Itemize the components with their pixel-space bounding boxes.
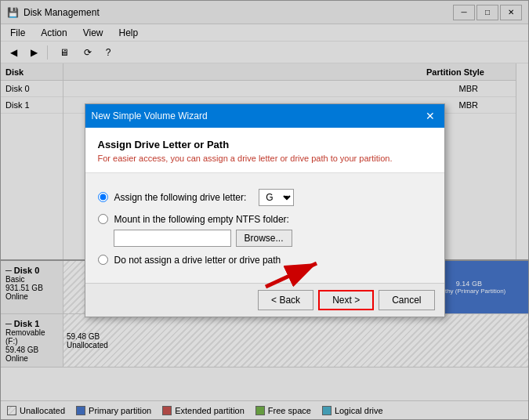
radio-assign-letter[interactable]	[98, 192, 108, 202]
dialog-title-bar: New Simple Volume Wizard ✕	[85, 104, 444, 128]
radio-no-letter[interactable]	[98, 255, 108, 265]
dialog-footer: < Back Next > Cancel	[85, 283, 444, 317]
svg-line-1	[266, 263, 317, 287]
dialog-overlay: New Simple Volume Wizard ✕ Assign Drive …	[0, 0, 529, 420]
dialog-wrapper: New Simple Volume Wizard ✕ Assign Drive …	[85, 103, 445, 317]
radio-row-assign-letter: Assign the following drive letter: G E F…	[98, 189, 432, 206]
radio-mount-label: Mount in the following empty NTFS folder…	[114, 214, 289, 225]
browse-button[interactable]: Browse...	[236, 230, 292, 247]
cancel-button[interactable]: Cancel	[379, 290, 434, 310]
red-arrow-indicator	[258, 255, 328, 295]
dialog-body: Assign Drive Letter or Path For easier a…	[85, 128, 444, 317]
radio-no-letter-label: Do not assign a drive letter or drive pa…	[114, 255, 281, 266]
wizard-dialog: New Simple Volume Wizard ✕ Assign Drive …	[85, 103, 445, 317]
ntfs-input-row: Browse...	[114, 230, 432, 247]
radio-assign-letter-label: Assign the following drive letter:	[114, 192, 247, 203]
dialog-wizard-subtitle: For easier access, you can assign a driv…	[98, 154, 432, 163]
radio-row-mount: Mount in the following empty NTFS folder…	[98, 214, 432, 247]
drive-letter-select[interactable]: G E F H	[259, 189, 294, 206]
dialog-header-section: Assign Drive Letter or Path For easier a…	[85, 128, 444, 173]
dialog-close-button[interactable]: ✕	[422, 108, 438, 124]
radio-mount-folder[interactable]	[98, 214, 108, 224]
dialog-title: New Simple Volume Wizard	[92, 110, 208, 121]
ntfs-folder-input[interactable]	[114, 230, 231, 247]
radio-group: Assign the following drive letter: G E F…	[98, 189, 432, 266]
dialog-wizard-title: Assign Drive Letter or Path	[98, 139, 432, 150]
